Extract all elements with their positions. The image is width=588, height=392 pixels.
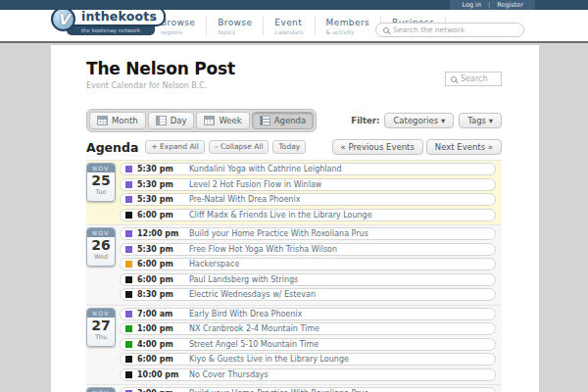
event-row: 8:30 pmElectric Wednesdays w/ Estevan <box>120 287 496 303</box>
date-box[interactable]: NOV26Wed <box>86 227 116 267</box>
week-grid-icon <box>204 116 215 125</box>
collapse-all-button[interactable]: – Collapse All <box>209 140 270 154</box>
event-time: 1:00 pm <box>137 324 184 333</box>
login-link[interactable]: Log in <box>462 1 481 9</box>
date-month-label: NOV <box>87 309 115 318</box>
view-agenda-button[interactable]: Agenda <box>252 112 314 129</box>
categories-dropdown-button[interactable]: Categories ▾ <box>384 113 454 128</box>
event-pill[interactable]: 3:00 pmBuild your Home Practice With Rox… <box>120 387 496 392</box>
event-pill[interactable]: 6:00 pmPaul Landsberg with Strings <box>120 273 496 286</box>
event-pill[interactable]: 5:30 pmLevel 2 Hot Fusion Flow in Winlaw <box>120 178 496 191</box>
event-time: 8:30 pm <box>137 290 184 299</box>
register-link[interactable]: Register <box>497 1 523 9</box>
event-pill[interactable]: 4:00 pmStreet Angel 5-10 Mountain Time <box>120 338 496 351</box>
page-title: The Nelson Post <box>86 59 502 78</box>
event-title: No Cover Thursdays <box>189 370 269 379</box>
agenda-bar: Agenda + Expand All – Collapse All Today… <box>86 139 502 155</box>
date-month-label: NOV <box>87 164 115 172</box>
nav-item-sublabel: topics <box>218 28 252 35</box>
network-search-input[interactable]: Search the network <box>375 23 524 37</box>
event-row: 5:30 pmLevel 2 Hot Fusion Flow in Winlaw <box>120 177 496 193</box>
page-subtitle: Event Calendar for Nelson B.C. <box>86 81 502 90</box>
event-pill[interactable]: 5:30 pmKundalini Yoga with Cathrine Leig… <box>120 163 496 175</box>
event-pill[interactable]: 10:00 pmNo Cover Thursdays <box>120 368 496 381</box>
nav-item-event-calendars[interactable]: Event calendars <box>264 17 315 35</box>
event-time: 6:00 pm <box>137 355 184 364</box>
view-day-button[interactable]: Day <box>148 112 195 129</box>
event-row: 10:00 pmNo Cover Thursdays <box>120 368 496 383</box>
nav-item-label: Members <box>326 18 370 27</box>
date-weekday-label: Thu <box>87 333 115 341</box>
event-time: 6:00 pm <box>137 275 184 284</box>
event-pill[interactable]: 12:00 pmBuild your Home Practice With Ro… <box>120 227 496 240</box>
agenda-heading: Agenda <box>86 140 138 155</box>
event-row: 6:00 pmHackerspace <box>120 257 496 272</box>
date-box[interactable]: NOV25Tue <box>86 163 116 202</box>
event-title: NX Cranbrook 2-4 Mountain Time <box>189 324 319 333</box>
category-color-icon <box>125 341 132 348</box>
category-color-icon <box>125 325 132 332</box>
category-color-icon <box>125 276 132 283</box>
logo-tagline: the kootenay network <box>67 26 155 35</box>
filter-group: Filter: Categories ▾ Tags ▾ <box>351 113 502 128</box>
main-area: The Nelson Post Event Calendar for Nelso… <box>0 45 588 392</box>
category-color-icon <box>125 246 132 253</box>
tags-dropdown-button[interactable]: Tags ▾ <box>459 113 502 128</box>
event-row: 12:00 pmBuild your Home Practice With Ro… <box>120 226 496 242</box>
nav-item-sublabel: regions <box>161 28 195 35</box>
day-page-icon <box>156 116 167 125</box>
view-week-button[interactable]: Week <box>196 112 249 129</box>
auth-links: Log in | Register <box>450 0 535 10</box>
event-pill[interactable]: 5:30 pmFree Flow Hot Yoga With Trisha Wi… <box>120 243 496 256</box>
agenda-day-group: NOV30Sun3:00 pmBuild your Home Practice … <box>86 384 502 392</box>
event-pill[interactable]: 6:00 pmCliff Madx & Friends Live in the … <box>120 209 496 221</box>
event-time: 5:30 pm <box>137 180 184 189</box>
category-color-icon <box>125 261 132 268</box>
view-month-button[interactable]: Month <box>89 112 146 129</box>
nav-item-browse-topics[interactable]: Browse topics <box>207 17 264 35</box>
event-time: 6:00 pm <box>137 260 184 269</box>
event-rows: 5:30 pmKundalini Yoga with Cathrine Leig… <box>120 162 502 222</box>
event-time: 4:00 pm <box>137 340 184 349</box>
category-color-icon <box>125 291 132 298</box>
nav-item-members[interactable]: Members & activity <box>316 17 382 35</box>
calendar-toolbar: Month Day Week Agenda <box>86 109 502 132</box>
event-title: Pre-Natal With Drea Phoenix <box>189 195 300 204</box>
agenda-list-icon <box>260 116 270 125</box>
calendar-search-input[interactable]: Search <box>445 72 502 86</box>
category-color-icon <box>125 230 132 237</box>
event-pill[interactable]: 6:00 pmKiyo & Guests Live in the Library… <box>120 353 496 366</box>
event-row: 1:00 pmNX Cranbrook 2-4 Mountain Time <box>120 321 496 337</box>
date-box[interactable]: NOV30Sun <box>86 387 116 392</box>
previous-events-button[interactable]: « Previous Events <box>332 139 423 155</box>
event-time: 5:30 pm <box>137 245 184 254</box>
date-box[interactable]: NOV27Thu <box>86 308 116 347</box>
site-logo[interactable]: V inthekoots the kootenay network <box>54 7 166 35</box>
category-color-icon <box>125 356 132 363</box>
event-title: Street Angel 5-10 Mountain Time <box>189 340 318 349</box>
event-pill[interactable]: 6:00 pmHackerspace <box>120 258 496 270</box>
event-pill[interactable]: 5:30 pmPre-Natal With Drea Phoenix <box>120 193 496 206</box>
event-pill[interactable]: 1:00 pmNX Cranbrook 2-4 Mountain Time <box>120 322 496 335</box>
search-icon <box>383 27 389 33</box>
event-row: 4:00 pmStreet Angel 5-10 Mountain Time <box>120 337 496 353</box>
date-number: 26 <box>87 238 115 253</box>
event-title: Level 2 Hot Fusion Flow in Winlaw <box>189 180 321 189</box>
date-weekday-label: Wed <box>87 253 115 261</box>
nav-item-sublabel: calendars <box>274 28 303 35</box>
view-label: Agenda <box>274 116 306 125</box>
date-number: 27 <box>87 318 115 333</box>
next-events-button[interactable]: Next Events » <box>426 139 502 155</box>
today-button[interactable]: Today <box>272 140 306 154</box>
event-title: Electric Wednesdays w/ Estevan <box>189 290 316 299</box>
nav-item-label: Browse <box>218 18 252 27</box>
view-label: Week <box>219 116 241 125</box>
category-color-icon <box>125 196 132 203</box>
date-month-label: NOV <box>87 228 115 237</box>
category-color-icon <box>125 212 132 219</box>
event-pill[interactable]: 8:30 pmElectric Wednesdays w/ Estevan <box>120 288 496 301</box>
expand-all-button[interactable]: + Expand All <box>145 140 204 154</box>
view-label: Day <box>171 116 187 125</box>
event-pill[interactable]: 7:00 amEarly Bird With Drea Phoenix <box>120 308 496 320</box>
agenda-groups: NOV25Tue5:30 pmKundalini Yoga with Cathr… <box>86 160 502 392</box>
